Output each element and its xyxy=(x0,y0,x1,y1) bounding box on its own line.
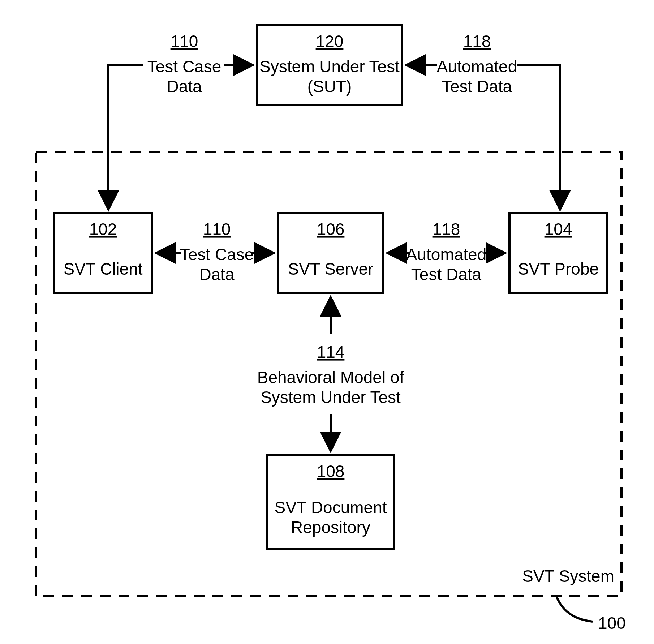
sut-line1: System Under Test xyxy=(259,57,400,76)
arrow-atd-down-to-probe xyxy=(517,65,560,210)
atd-top-label: 118 Automated Test Data xyxy=(437,32,517,96)
bm-label: 114 Behavioral Model of System Under Tes… xyxy=(257,343,404,407)
svg-text:SVT Document: SVT Document xyxy=(274,498,387,517)
svg-text:SVT Server: SVT Server xyxy=(288,259,374,278)
svg-text:SVT Probe: SVT Probe xyxy=(518,259,599,278)
svg-text:Test Data: Test Data xyxy=(411,265,482,284)
svt-probe-block: 104 SVT Probe xyxy=(509,213,607,293)
tcd-mid-label: 110 Test Case Data xyxy=(180,220,254,284)
svg-text:System Under Test: System Under Test xyxy=(261,388,401,407)
svg-text:Data: Data xyxy=(199,265,235,284)
svt-server-block: 106 SVT Server xyxy=(278,213,383,293)
svg-text:110: 110 xyxy=(203,220,231,239)
svg-text:Automated: Automated xyxy=(437,57,517,76)
lead-line-100 xyxy=(556,596,593,622)
svg-text:Behavioral Model of: Behavioral Model of xyxy=(257,368,404,387)
svg-text:Automated: Automated xyxy=(406,245,486,264)
svg-text:Data: Data xyxy=(167,77,202,96)
svg-text:106: 106 xyxy=(317,220,345,239)
diagram-root: SVT System 100 120 System Under Test (SU… xyxy=(0,0,654,644)
svg-text:104: 104 xyxy=(545,220,572,239)
svg-text:Repository: Repository xyxy=(291,518,370,537)
svg-text:Test Data: Test Data xyxy=(442,77,512,96)
tcd-top-label: 110 Test Case Data xyxy=(147,32,221,96)
arrow-tcd-down-to-client xyxy=(108,65,143,210)
svg-text:108: 108 xyxy=(317,462,345,481)
sut-ref: 120 xyxy=(316,32,344,51)
svg-text:102: 102 xyxy=(89,220,117,239)
atd-mid-label: 118 Automated Test Data xyxy=(406,220,486,284)
svt-client-block: 102 SVT Client xyxy=(54,213,152,293)
svg-text:118: 118 xyxy=(433,220,460,239)
sut-block: 120 System Under Test (SUT) xyxy=(257,25,402,105)
svg-text:118: 118 xyxy=(463,32,491,51)
system-label: SVT System xyxy=(522,567,614,585)
svg-text:Test Case: Test Case xyxy=(180,245,254,264)
system-ref: 100 xyxy=(598,614,626,632)
svg-text:Test Case: Test Case xyxy=(147,57,221,76)
sut-line2: (SUT) xyxy=(307,77,352,96)
svg-text:SVT Client: SVT Client xyxy=(63,259,142,278)
svt-repo-block: 108 SVT Document Repository xyxy=(267,455,394,549)
svg-text:114: 114 xyxy=(317,343,345,361)
svg-text:110: 110 xyxy=(171,32,198,51)
